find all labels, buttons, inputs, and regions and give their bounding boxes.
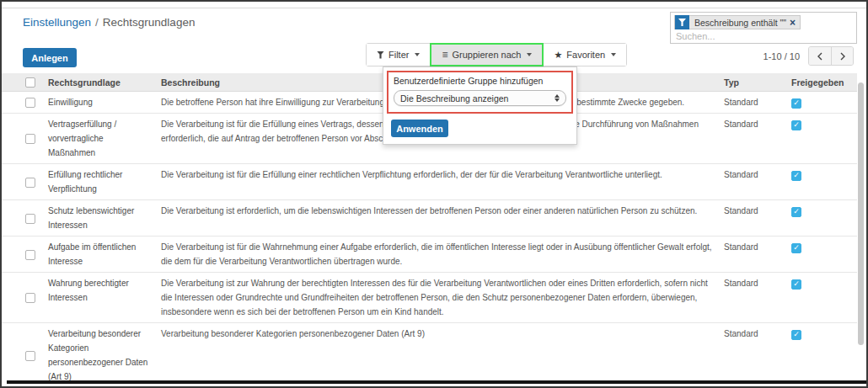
chevron-down-icon — [611, 53, 616, 56]
cell-rechtsgrundlage: Erfüllung rechtlicher Verpflichtung — [48, 167, 161, 196]
released-checkbox[interactable]: ✓ — [791, 330, 801, 340]
group-by-button[interactable]: ≡ Gruppieren nach — [430, 43, 544, 66]
group-by-field-selected: Die Beschreibung anzeigen — [400, 93, 508, 104]
select-all-checkbox[interactable] — [25, 77, 35, 88]
create-button[interactable]: Anlegen — [23, 48, 77, 67]
row-checkbox[interactable] — [25, 178, 35, 188]
pagination-range: 1-10 / 10 — [764, 51, 800, 61]
pagination: 1-10 / 10 — [764, 46, 854, 66]
vertical-scrollbar[interactable] — [858, 82, 864, 345]
breadcrumb-einstellungen[interactable]: Einstellungen — [23, 16, 91, 29]
cell-rechtsgrundlage: Vertragserfüllung / vorvertragliche Maßn… — [48, 117, 161, 160]
favorites-button[interactable]: ★ Favoriten — [544, 44, 626, 66]
row-checkbox[interactable] — [25, 293, 35, 303]
row-checkbox[interactable] — [25, 214, 35, 224]
cell-beschreibung: Verarbeitung besonderer Kategorien perso… — [161, 327, 724, 341]
cell-typ: Standard — [724, 327, 791, 341]
breadcrumb: Einstellungen/Rechtsgrundlagen — [23, 16, 195, 29]
apply-button[interactable]: Anwenden — [391, 120, 448, 137]
filter-button-label: Filter — [388, 50, 409, 60]
cell-rechtsgrundlage: Aufgabe im öffentlichen Interesse — [48, 240, 161, 268]
table-row[interactable]: Wahrung berechtigter Interessen Die Vera… — [2, 273, 857, 323]
table-row[interactable]: Aufgabe im öffentlichen Interesse Die Ve… — [2, 237, 857, 273]
cell-typ: Standard — [724, 95, 791, 109]
breadcrumb-separator: / — [95, 16, 99, 29]
released-checkbox[interactable]: ✓ — [791, 98, 801, 109]
table-row[interactable]: Schutz lebenswichtiger Interessen Die Ve… — [2, 200, 857, 237]
facet-label: Beschreibung enthält "" — [689, 18, 790, 28]
cell-rechtsgrundlage: Einwilligung — [48, 95, 161, 109]
chevron-down-icon — [415, 53, 420, 56]
filter-icon — [377, 51, 384, 59]
cell-typ: Standard — [724, 240, 791, 254]
released-checkbox[interactable]: ✓ — [791, 207, 801, 217]
page-title: Rechtsgrundlagen — [103, 16, 196, 29]
search-input[interactable]: Suchen... — [676, 31, 715, 41]
cell-typ: Standard — [724, 117, 791, 131]
pagination-buttons — [808, 46, 854, 66]
toolbar: Filter ≡ Gruppieren nach ★ Favoriten — [366, 43, 627, 66]
released-checkbox[interactable]: ✓ — [791, 243, 801, 253]
cell-beschreibung: Die Verarbeitung ist zur Wahrung der ber… — [161, 276, 724, 319]
search-box[interactable]: Beschreibung enthält "" × Suchen... — [670, 12, 857, 44]
prev-page-button[interactable] — [809, 47, 831, 65]
cell-typ: Standard — [724, 204, 791, 218]
chevron-down-icon — [527, 53, 532, 56]
cell-typ: Standard — [724, 167, 791, 182]
cell-typ: Standard — [724, 276, 791, 290]
table-row[interactable]: Erfüllung rechtlicher Verpflichtung Die … — [2, 164, 857, 200]
table-row[interactable]: Verarbeitung besonderer Kategorien perso… — [2, 323, 857, 381]
add-custom-group-label: Benutzerdefinierte Gruppe hinzufügen — [394, 76, 566, 86]
cell-rechtsgrundlage: Verarbeitung besonderer Kategorien perso… — [48, 327, 161, 381]
filter-button[interactable]: Filter — [367, 44, 430, 66]
cell-beschreibung: Die Verarbeitung ist erforderlich, um di… — [161, 204, 724, 218]
app-window: Einstellungen/Rechtsgrundlagen Beschreib… — [0, 0, 868, 388]
cell-rechtsgrundlage: Wahrung berechtigter Interessen — [48, 276, 161, 305]
cell-beschreibung: Die Verarbeitung ist für die Wahrnehmung… — [161, 240, 724, 268]
facet-remove-icon[interactable]: × — [790, 18, 800, 28]
row-checkbox[interactable] — [25, 250, 35, 260]
search-facet[interactable]: Beschreibung enthält "" × — [674, 15, 801, 29]
group-by-button-label: Gruppieren nach — [452, 50, 521, 60]
hamburger-icon: ≡ — [442, 50, 447, 60]
row-checkbox[interactable] — [25, 98, 35, 108]
row-checkbox[interactable] — [25, 134, 35, 144]
column-header-rechtsgrundlage[interactable]: Rechtsgrundlage — [48, 77, 161, 88]
column-header-typ[interactable]: Typ — [724, 77, 791, 88]
favorites-button-label: Favoriten — [566, 50, 605, 60]
filter-facet-icon — [675, 15, 689, 29]
released-checkbox[interactable]: ✓ — [791, 279, 801, 290]
group-by-field-select[interactable]: Die Beschreibung anzeigen — [394, 90, 566, 106]
row-checkbox[interactable] — [25, 351, 35, 361]
next-page-button[interactable] — [831, 47, 853, 65]
released-checkbox[interactable]: ✓ — [791, 120, 801, 130]
top-divider — [2, 8, 866, 8]
star-icon: ★ — [554, 50, 562, 60]
custom-group-highlight-box: Benutzerdefinierte Gruppe hinzufügen Die… — [387, 71, 573, 114]
cell-beschreibung: Die Verarbeitung ist für die Erfüllung e… — [161, 167, 724, 182]
select-updown-icon — [555, 94, 560, 102]
released-checkbox[interactable]: ✓ — [791, 171, 801, 181]
column-header-freigegeben[interactable]: Freigegeben — [791, 77, 857, 88]
group-by-dropdown-menu: Benutzerdefinierte Gruppe hinzufügen Die… — [383, 66, 577, 145]
cell-rechtsgrundlage: Schutz lebenswichtiger Interessen — [48, 204, 161, 232]
window-bottom-border — [7, 380, 866, 384]
